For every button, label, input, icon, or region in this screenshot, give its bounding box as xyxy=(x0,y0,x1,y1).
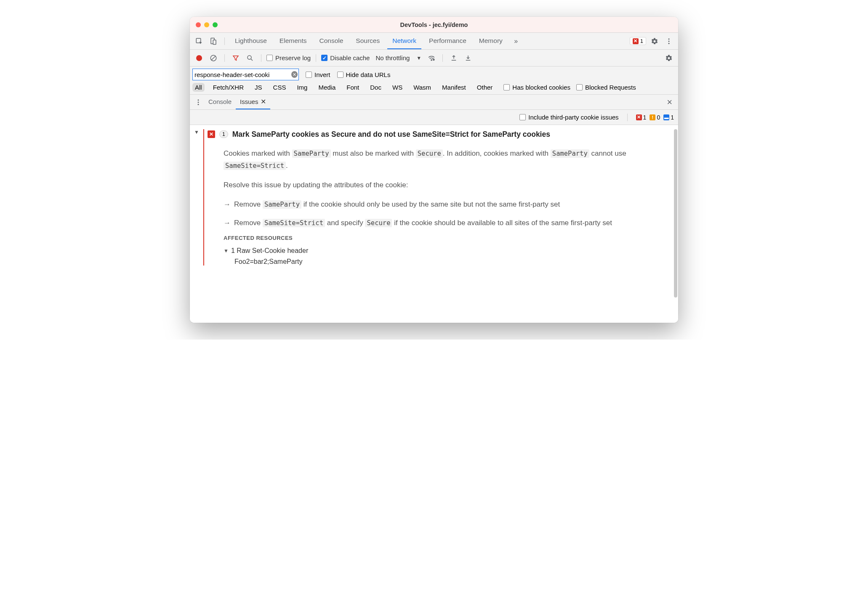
arrow-bullet-icon: → xyxy=(224,198,231,211)
filter-input-wrapper[interactable]: ✕ xyxy=(192,69,299,80)
close-tab-icon[interactable]: ✕ xyxy=(261,98,266,106)
filter-type-media[interactable]: Media xyxy=(316,83,338,92)
minimize-window-button[interactable] xyxy=(204,22,209,27)
filter-type-ws[interactable]: WS xyxy=(390,83,405,92)
filter-type-js[interactable]: JS xyxy=(252,83,265,92)
filter-type-img[interactable]: Img xyxy=(294,83,310,92)
checkbox-icon xyxy=(306,72,312,78)
issue-paragraph-2: Resolve this issue by updating the attri… xyxy=(224,179,673,191)
filter-icon[interactable] xyxy=(230,52,242,64)
issue-bullet-1: → Remove SameParty if the cookie should … xyxy=(224,198,673,211)
checkbox-icon xyxy=(519,114,526,120)
info-count-value: 1 xyxy=(671,114,674,121)
filter-type-manifest[interactable]: Manifest xyxy=(439,83,469,92)
code-sameparty: SameParty xyxy=(551,149,589,158)
tab-elements[interactable]: Elements xyxy=(274,33,312,49)
svg-line-9 xyxy=(251,59,253,61)
filter-bar: ✕ Invert Hide data URLs All Fetch/XHR JS… xyxy=(190,66,678,95)
error-count-badge[interactable]: ✕ 1 xyxy=(630,37,646,45)
issues-toolbar: Include third-party cookie issues ✕ 1 ! … xyxy=(190,110,678,125)
close-window-button[interactable] xyxy=(196,22,201,27)
clear-filter-icon[interactable]: ✕ xyxy=(291,71,298,78)
svg-point-16 xyxy=(198,104,199,105)
tabs-overflow-button[interactable]: » xyxy=(510,35,522,47)
svg-point-14 xyxy=(198,99,199,101)
error-icon: ✕ xyxy=(636,114,642,120)
error-count-item[interactable]: ✕ 1 xyxy=(636,114,647,121)
filter-type-font[interactable]: Font xyxy=(344,83,362,92)
scrollbar[interactable] xyxy=(674,129,677,298)
tab-label: Performance xyxy=(429,37,466,45)
search-icon[interactable] xyxy=(244,52,256,64)
warning-icon: ! xyxy=(650,114,655,120)
tab-memory[interactable]: Memory xyxy=(474,33,508,49)
record-button[interactable] xyxy=(193,52,205,64)
tab-label: Console xyxy=(319,37,343,45)
has-blocked-cookies-label: Has blocked cookies xyxy=(512,84,570,91)
hide-data-urls-label: Hide data URLs xyxy=(346,71,391,78)
include-third-party-checkbox[interactable]: Include third-party cookie issues xyxy=(519,114,618,121)
drawer-tab-issues[interactable]: Issues ✕ xyxy=(236,95,270,109)
has-blocked-cookies-checkbox[interactable]: Has blocked cookies xyxy=(503,84,570,91)
hide-data-urls-checkbox[interactable]: Hide data URLs xyxy=(337,71,391,78)
svg-point-4 xyxy=(668,40,670,42)
filter-type-wasm[interactable]: Wasm xyxy=(411,83,434,92)
throttling-select[interactable]: No throttling ▼ xyxy=(375,54,423,61)
import-har-icon[interactable] xyxy=(448,52,460,64)
svg-point-3 xyxy=(668,38,670,40)
expand-issue-caret[interactable]: ▼ xyxy=(194,129,199,135)
invert-checkbox[interactable]: Invert xyxy=(306,71,330,78)
window-title: DevTools - jec.fyi/demo xyxy=(400,21,468,28)
checkbox-icon xyxy=(503,84,510,90)
drawer-tabs-bar: Console Issues ✕ × xyxy=(190,95,678,110)
network-conditions-icon[interactable] xyxy=(426,52,437,64)
close-drawer-icon[interactable]: × xyxy=(663,97,676,108)
settings-icon[interactable] xyxy=(649,35,660,47)
drawer-tab-label: Console xyxy=(208,98,232,105)
tab-label: Memory xyxy=(479,37,503,45)
filter-type-fetch-xhr[interactable]: Fetch/XHR xyxy=(210,83,246,92)
arrow-bullet-icon: → xyxy=(224,217,231,229)
preserve-log-label: Preserve log xyxy=(275,54,311,61)
invert-label: Invert xyxy=(314,71,330,78)
code-secure: Secure xyxy=(416,149,443,158)
disable-cache-checkbox[interactable]: Disable cache xyxy=(321,54,370,61)
blocked-requests-checkbox[interactable]: Blocked Requests xyxy=(576,84,636,91)
filter-type-doc[interactable]: Doc xyxy=(367,83,384,92)
filter-type-all[interactable]: All xyxy=(192,83,205,92)
more-menu-icon[interactable] xyxy=(663,35,675,47)
svg-line-7 xyxy=(211,56,216,60)
drawer-more-icon[interactable] xyxy=(192,96,204,108)
inspect-element-icon[interactable] xyxy=(193,35,205,47)
tab-performance[interactable]: Performance xyxy=(424,33,471,49)
filter-type-css[interactable]: CSS xyxy=(271,83,289,92)
tab-network[interactable]: Network xyxy=(387,33,421,49)
divider xyxy=(224,54,225,62)
drawer-tab-console[interactable]: Console xyxy=(204,95,236,109)
affected-resource-title: 1 Raw Set-Cookie header xyxy=(231,247,308,255)
affected-resource-toggle[interactable]: ▼ 1 Raw Set-Cookie header xyxy=(224,247,673,255)
affected-resource-value: Foo2=bar2;SameParty xyxy=(224,258,673,266)
error-count: 1 xyxy=(640,38,643,44)
preserve-log-checkbox[interactable]: Preserve log xyxy=(266,54,311,61)
checkbox-icon xyxy=(321,55,327,61)
tab-lighthouse[interactable]: Lighthouse xyxy=(230,33,272,49)
code-secure: Secure xyxy=(365,219,392,227)
tab-sources[interactable]: Sources xyxy=(351,33,385,49)
filter-input[interactable] xyxy=(194,71,291,78)
clear-button[interactable] xyxy=(208,52,219,64)
tab-console[interactable]: Console xyxy=(314,33,348,49)
divider xyxy=(627,114,628,121)
warning-count-item[interactable]: ! 0 xyxy=(650,114,660,121)
tab-label: Network xyxy=(392,37,416,45)
maximize-window-button[interactable] xyxy=(213,22,218,27)
tab-label: Elements xyxy=(280,37,307,45)
issue-count-badge: 1 xyxy=(219,130,228,138)
info-count-item[interactable]: ▬ 1 xyxy=(663,114,674,121)
device-toolbar-icon[interactable] xyxy=(208,35,219,47)
tab-label: Sources xyxy=(356,37,380,45)
network-settings-icon[interactable] xyxy=(663,52,675,64)
export-har-icon[interactable] xyxy=(462,52,474,64)
filter-type-other[interactable]: Other xyxy=(474,83,495,92)
error-icon: ✕ xyxy=(633,38,639,44)
